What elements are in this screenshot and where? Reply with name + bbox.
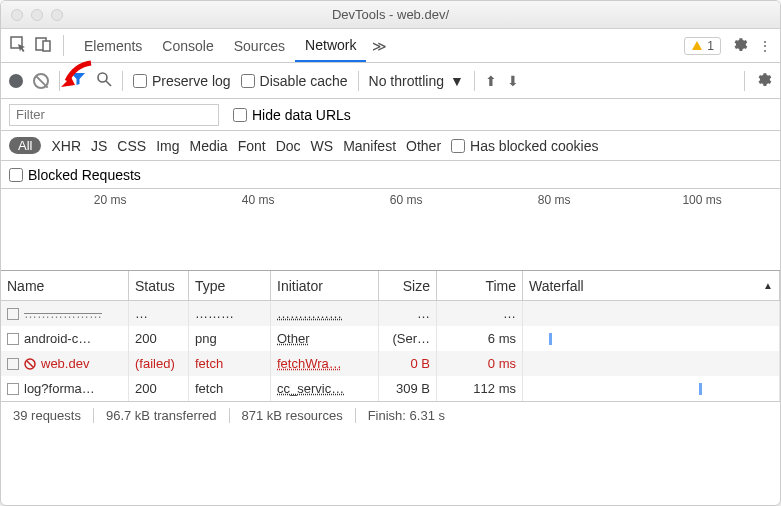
svg-line-4 bbox=[106, 81, 111, 86]
divider bbox=[122, 71, 123, 91]
hide-data-urls-checkbox[interactable]: Hide data URLs bbox=[233, 107, 351, 123]
col-initiator[interactable]: Initiator bbox=[271, 271, 379, 300]
cell-waterfall bbox=[523, 326, 780, 351]
cell-name: ……………… bbox=[1, 301, 129, 326]
cell-time: 0 ms bbox=[437, 351, 523, 376]
cell-size: … bbox=[379, 301, 437, 326]
svg-line-6 bbox=[27, 361, 33, 367]
type-img[interactable]: Img bbox=[156, 138, 179, 154]
table-row[interactable]: …………………………………………… bbox=[1, 301, 780, 326]
table-row[interactable]: web.dev(failed)fetchfetchWra…0 B0 ms bbox=[1, 351, 780, 376]
network-settings-icon[interactable] bbox=[755, 71, 772, 91]
cell-size: 309 B bbox=[379, 376, 437, 401]
type-all[interactable]: All bbox=[9, 137, 41, 154]
cell-type: png bbox=[189, 326, 271, 351]
type-ws[interactable]: WS bbox=[311, 138, 334, 154]
clear-button[interactable] bbox=[33, 73, 49, 89]
type-css[interactable]: CSS bbox=[117, 138, 146, 154]
col-time[interactable]: Time bbox=[437, 271, 523, 300]
type-font[interactable]: Font bbox=[238, 138, 266, 154]
type-js[interactable]: JS bbox=[91, 138, 107, 154]
cell-initiator: fetchWra… bbox=[271, 351, 379, 376]
cell-time: 112 ms bbox=[437, 376, 523, 401]
status-finish: Finish: 6.31 s bbox=[356, 408, 457, 423]
tab-sources[interactable]: Sources bbox=[224, 29, 295, 62]
kebab-menu-icon[interactable]: ⋮ bbox=[758, 38, 772, 54]
warnings-badge[interactable]: 1 bbox=[684, 37, 721, 55]
divider bbox=[59, 71, 60, 91]
overview-timeline[interactable]: 20 ms 40 ms 60 ms 80 ms 100 ms bbox=[1, 189, 780, 271]
cell-initiator: cc_servic… bbox=[271, 376, 379, 401]
record-button[interactable] bbox=[9, 74, 23, 88]
cell-initiator: …………… bbox=[271, 301, 379, 326]
type-other[interactable]: Other bbox=[406, 138, 441, 154]
more-tabs-icon[interactable]: ≫ bbox=[372, 38, 387, 54]
device-toggle-icon[interactable] bbox=[35, 35, 53, 56]
status-requests: 39 requests bbox=[1, 408, 94, 423]
timeline-tick: 100 ms bbox=[682, 193, 721, 207]
status-resources: 871 kB resources bbox=[230, 408, 356, 423]
warn-count: 1 bbox=[707, 39, 714, 53]
preserve-log-checkbox[interactable]: Preserve log bbox=[133, 73, 231, 89]
col-size[interactable]: Size bbox=[379, 271, 437, 300]
type-xhr[interactable]: XHR bbox=[51, 138, 81, 154]
window-titlebar: DevTools - web.dev/ bbox=[1, 1, 780, 29]
cell-type: ……… bbox=[189, 301, 271, 326]
table-row[interactable]: android-c…200pngOther(Ser…6 ms bbox=[1, 326, 780, 351]
search-icon[interactable] bbox=[96, 71, 112, 90]
inspect-icon[interactable] bbox=[9, 35, 27, 56]
type-filter-row: All XHR JS CSS Img Media Font Doc WS Man… bbox=[1, 131, 780, 161]
warning-icon bbox=[691, 40, 703, 52]
table-header: Name Status Type Initiator Size Time Wat… bbox=[1, 271, 780, 301]
cell-size: 0 B bbox=[379, 351, 437, 376]
tab-elements[interactable]: Elements bbox=[74, 29, 152, 62]
cell-status: 200 bbox=[129, 326, 189, 351]
disable-cache-label: Disable cache bbox=[260, 73, 348, 89]
cell-time: … bbox=[437, 301, 523, 326]
cell-name: web.dev bbox=[1, 351, 129, 376]
timeline-tick: 60 ms bbox=[390, 193, 423, 207]
settings-icon[interactable] bbox=[731, 36, 748, 56]
preserve-log-label: Preserve log bbox=[152, 73, 231, 89]
cell-time: 6 ms bbox=[437, 326, 523, 351]
blocked-requests-label: Blocked Requests bbox=[28, 167, 141, 183]
cell-initiator: Other bbox=[271, 326, 379, 351]
row-checkbox[interactable] bbox=[7, 333, 19, 345]
timeline-tick: 20 ms bbox=[94, 193, 127, 207]
col-type[interactable]: Type bbox=[189, 271, 271, 300]
divider bbox=[744, 71, 745, 91]
type-media[interactable]: Media bbox=[190, 138, 228, 154]
cell-waterfall bbox=[523, 301, 780, 326]
divider bbox=[474, 71, 475, 91]
upload-har-icon[interactable]: ⬆︎ bbox=[485, 73, 497, 89]
cell-status: 200 bbox=[129, 376, 189, 401]
cell-status: (failed) bbox=[129, 351, 189, 376]
divider bbox=[358, 71, 359, 91]
row-checkbox[interactable] bbox=[7, 383, 19, 395]
col-status[interactable]: Status bbox=[129, 271, 189, 300]
type-manifest[interactable]: Manifest bbox=[343, 138, 396, 154]
download-har-icon[interactable]: ⬇︎ bbox=[507, 73, 519, 89]
error-icon bbox=[24, 358, 36, 370]
status-transferred: 96.7 kB transferred bbox=[94, 408, 230, 423]
filter-input[interactable] bbox=[9, 104, 219, 126]
col-name[interactable]: Name bbox=[1, 271, 129, 300]
type-doc[interactable]: Doc bbox=[276, 138, 301, 154]
col-waterfall[interactable]: Waterfall▲ bbox=[523, 271, 780, 300]
timeline-tick: 80 ms bbox=[538, 193, 571, 207]
has-blocked-cookies-checkbox[interactable]: Has blocked cookies bbox=[451, 138, 598, 154]
disable-cache-checkbox[interactable]: Disable cache bbox=[241, 73, 348, 89]
filter-bar: Hide data URLs bbox=[1, 99, 780, 131]
tab-network[interactable]: Network bbox=[295, 29, 366, 62]
throttling-select[interactable]: No throttling▼ bbox=[369, 73, 464, 89]
blocked-requests-checkbox[interactable]: Blocked Requests bbox=[9, 167, 141, 183]
table-row[interactable]: log?forma…200fetchcc_servic…309 B112 ms bbox=[1, 376, 780, 401]
cell-status: … bbox=[129, 301, 189, 326]
throttling-label: No throttling bbox=[369, 73, 444, 89]
tab-console[interactable]: Console bbox=[152, 29, 223, 62]
row-checkbox[interactable] bbox=[7, 358, 19, 370]
sort-asc-icon: ▲ bbox=[763, 280, 773, 291]
filter-icon[interactable] bbox=[70, 71, 86, 90]
timeline-tick: 40 ms bbox=[242, 193, 275, 207]
row-checkbox[interactable] bbox=[7, 308, 19, 320]
